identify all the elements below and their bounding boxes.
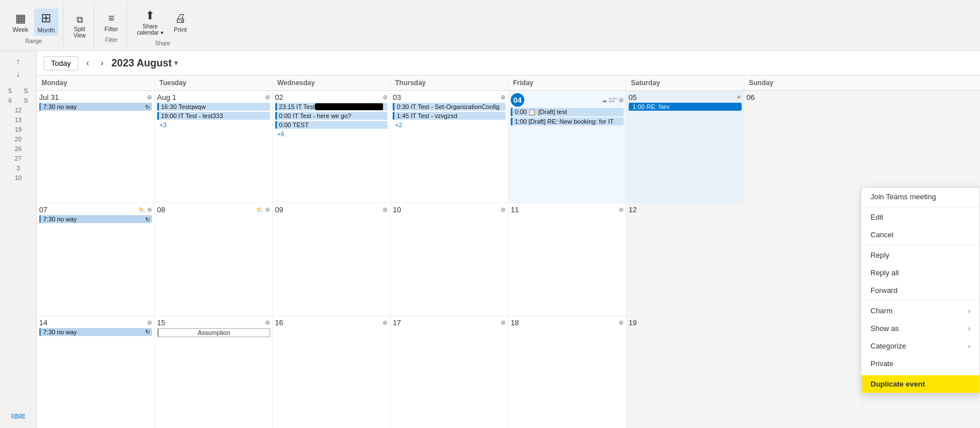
ctx-reply[interactable]: Reply: [861, 246, 979, 264]
day-header-thursday: Thursday: [390, 75, 508, 90]
month-title[interactable]: 2023 August ▾: [111, 57, 177, 69]
event-draft-test[interactable]: 0:00 📋 [Draft] test: [511, 108, 624, 116]
event-730-noway-aug7[interactable]: 7:30 no way ↻: [39, 215, 152, 223]
print-button[interactable]: 🖨 Print: [169, 10, 192, 35]
cal-row-1: Jul 31 ⊕ 7:30 no way ↻ Aug 1: [37, 91, 980, 203]
more-link-aug2[interactable]: +6: [275, 130, 388, 138]
cal-date-aug9: 09 ⊕: [275, 205, 388, 214]
date-num-aug12: 12: [629, 205, 637, 214]
event-ittest-redacted[interactable]: 23:15 IT Test: [275, 103, 388, 111]
filter-button[interactable]: ≡ Filter: [101, 10, 121, 35]
ctx-show-as[interactable]: Show as ›: [861, 320, 979, 337]
event-re-nev-selected[interactable]: 1:00 RE: Nev: [629, 103, 742, 111]
event-test333[interactable]: 19:00 IT Test - test333: [157, 112, 270, 120]
add-event-icon-aug17[interactable]: ⊕: [500, 319, 506, 326]
cal-date-jul31: Jul 31 ⊕: [39, 93, 152, 102]
week-num-27: 27: [15, 155, 22, 162]
event-730-noway-aug14[interactable]: 7:30 no way ↻: [39, 328, 152, 336]
date-num-aug17: 17: [393, 318, 401, 327]
add-event-icon-aug1[interactable]: ⊕: [265, 94, 270, 101]
ctx-charm-arrow: ›: [968, 307, 970, 315]
cal-cell-aug15: 15 ⊕ Assumption: [155, 316, 273, 428]
event-ittest-herewego[interactable]: 0:00 IT Test - here we go?: [275, 112, 388, 120]
week-num-row: 12: [0, 106, 36, 115]
add-event-icon-aug10[interactable]: ⊕: [500, 206, 506, 213]
context-menu: Join Teams meeting Edit Cancel Reply Rep…: [861, 187, 980, 393]
cal-cell-aug19: 19: [626, 316, 745, 428]
event-text: 23:15 IT Test: [279, 103, 315, 110]
add-event-icon-aug8[interactable]: ⊕: [265, 206, 270, 213]
event-testqwqw[interactable]: 16:30 Testqwqw: [157, 103, 270, 111]
ctx-categorize[interactable]: Categorize ›: [861, 337, 979, 355]
ctx-join-teams[interactable]: Join Teams meeting: [861, 188, 979, 205]
ctx-duplicate-event-label: Duplicate event: [870, 380, 925, 388]
day-header-tuesday: Tuesday: [155, 75, 273, 90]
ctx-private[interactable]: Private: [861, 355, 979, 372]
week-num-3: 3: [16, 165, 20, 171]
ctx-reply-all[interactable]: Reply all: [861, 264, 979, 282]
more-link-aug1[interactable]: +3: [157, 121, 270, 129]
ctx-forward[interactable]: Forward: [861, 282, 979, 299]
range-buttons: ▦ Week ⊞ Month: [9, 9, 58, 36]
event-test-aug2[interactable]: 0:00 TEST: [275, 121, 388, 129]
more-link-aug3[interactable]: +2: [393, 121, 506, 129]
add-event-icon-aug9[interactable]: ⊕: [382, 206, 388, 213]
add-event-icon-aug4[interactable]: ⊕: [619, 96, 624, 104]
nav-up-arrow[interactable]: ↑: [13, 56, 24, 67]
event-orgconfig[interactable]: 0:30 IT Test - Set-OrganizationConfig: [393, 103, 506, 111]
today-button[interactable]: Today: [44, 56, 78, 70]
ctx-charm[interactable]: Charm ›: [861, 302, 979, 320]
split-view-button[interactable]: ⧉ SplitView: [70, 12, 90, 41]
week-s2: S: [24, 97, 28, 104]
cal-cell-extra1: [862, 91, 980, 203]
event-text: 7:30 no way: [43, 103, 77, 110]
week-icon: ▦: [15, 11, 26, 25]
add-event-icon-aug7[interactable]: ⊕: [147, 206, 152, 213]
nav-down-arrow[interactable]: ↓: [13, 68, 24, 79]
ctx-forward-label: Forward: [870, 286, 898, 295]
add-event-icon-aug18[interactable]: ⊕: [619, 319, 624, 326]
week-num-row: 5 S: [0, 86, 36, 95]
share-calendar-button[interactable]: ⬆ Sharecalendar ▾: [134, 6, 167, 38]
event-730-noway-jul31[interactable]: 7:30 no way ↻: [39, 103, 152, 111]
week-num-row: 10: [0, 173, 36, 182]
cal-header-bar: Today ‹ › 2023 August ▾: [37, 51, 980, 75]
print-icon: 🖨: [175, 12, 186, 25]
cal-cell-aug11: 11 ⊕: [508, 203, 626, 315]
cal-date-aug7: 07 ⛅ ⊕: [39, 205, 152, 214]
month-label: Month: [37, 27, 55, 33]
week-view-button[interactable]: ▦ Week: [9, 9, 32, 35]
week-num-row: 13: [0, 115, 36, 124]
weather-info: ☁ 32°: [602, 97, 617, 103]
day-header-sunday: Sunday: [745, 75, 863, 90]
ctx-edit[interactable]: Edit: [861, 208, 979, 226]
add-event-icon-aug16[interactable]: ⊕: [382, 319, 388, 326]
range-group-label: Range: [26, 38, 42, 44]
add-event-icon-jul31[interactable]: ⊕: [147, 94, 152, 101]
prev-month-button[interactable]: ‹: [83, 56, 92, 70]
event-draft-re-new-booking[interactable]: 1:00 [Draft] RE: New booking: for IT: [511, 118, 624, 125]
ctx-cancel[interactable]: Cancel: [861, 226, 979, 244]
date-num-aug19: 19: [629, 318, 637, 327]
next-month-button[interactable]: ›: [97, 56, 107, 70]
week-num-5: 5: [9, 87, 12, 94]
ctx-duplicate-event[interactable]: Duplicate event: [861, 375, 979, 393]
event-assumption[interactable]: Assumption: [157, 328, 270, 337]
week-num-row: 26: [0, 144, 36, 153]
filter-label: Filter: [104, 26, 118, 32]
month-view-button[interactable]: ⊞ Month: [34, 9, 58, 36]
cal-date-aug6: 06: [747, 93, 860, 102]
add-event-icon-aug15[interactable]: ⊕: [265, 319, 270, 326]
event-vzvgzsd[interactable]: 1:45 IT Test - vzvgzsd: [393, 112, 506, 120]
cal-row-2: 07 ⛅ ⊕ 7:30 no way ↻: [37, 203, 980, 316]
recurring-icon-aug14: ↻: [145, 329, 150, 335]
add-event-icon-aug2[interactable]: ⊕: [382, 94, 388, 101]
add-event-icon-aug14[interactable]: ⊕: [147, 319, 152, 326]
page-link[interactable]: page: [10, 410, 26, 419]
add-event-icon-aug11[interactable]: ⊕: [619, 206, 624, 213]
date-num-jul31: Jul 31: [39, 93, 59, 102]
week-num-6: 6: [9, 97, 12, 104]
weather-icon-aug7: ⛅: [138, 206, 146, 213]
add-event-icon-aug3[interactable]: ⊕: [500, 94, 506, 101]
weather-icon-aug8: ⛅: [256, 206, 264, 213]
